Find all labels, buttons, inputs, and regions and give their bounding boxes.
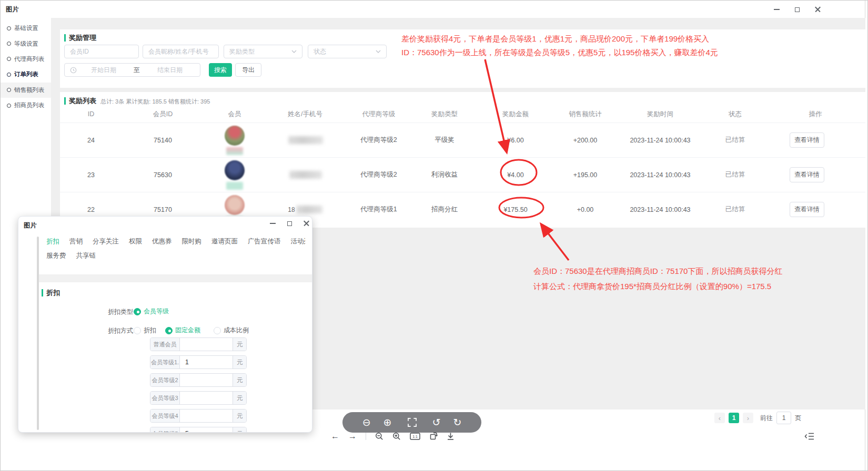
discount-mode-option[interactable]: 折扣: [134, 326, 156, 335]
radio-circle-icon: [7, 26, 11, 30]
status-select[interactable]: 状态: [308, 45, 387, 58]
sidebar-item-label: 订单列表: [14, 70, 38, 78]
dialog-tab[interactable]: 活动列: [291, 237, 306, 248]
bottom-annotation-line1: 会员ID：75630是在代理商招商员ID：75170下面，所以招商员获得分红: [533, 263, 782, 279]
discount-mode-option[interactable]: 固定金额: [165, 326, 200, 335]
radio-circle-icon: [7, 104, 11, 108]
member-id-input[interactable]: [64, 45, 139, 58]
maximize-button[interactable]: [789, 5, 805, 14]
window-title: 图片: [6, 5, 19, 14]
viewer-bottom-strip: ← → 1:1: [331, 432, 455, 441]
amount-input[interactable]: 1: [180, 356, 233, 368]
list-header: 奖励列表 总计: 3条 累计奖励: 185.5 销售额统计: 395: [64, 96, 210, 106]
next-page-button[interactable]: ›: [743, 413, 753, 423]
chevron-down-icon: [291, 50, 297, 53]
table-body: 24 75140 代理商等级2 平级奖 ¥6.00 +200.00 2023-1…: [60, 122, 865, 227]
cell-action: 查看详情: [765, 202, 865, 217]
date-range-picker[interactable]: 开始日期 至 结束日期: [64, 63, 200, 77]
cell-sales: +200.00: [555, 137, 615, 144]
cell-reward-amount: ¥6.00: [476, 137, 555, 144]
level-label: 会员等级2: [150, 374, 180, 386]
search-button[interactable]: 搜索: [209, 63, 232, 77]
table-header-cell: 操作: [765, 110, 865, 119]
bottom-annotation-line2: 计算公式：代理商拿货价195*招商员分红比例（设置的90%）=175.5: [533, 279, 782, 294]
prev-page-button[interactable]: ‹: [714, 413, 725, 423]
discount-mode-option[interactable]: 成本比例: [214, 326, 249, 335]
sidebar-item-label: 基础设置: [14, 24, 38, 32]
sidebar-item[interactable]: 招商员列表: [1, 98, 51, 113]
rotate-right-icon[interactable]: ↻: [453, 417, 461, 427]
sidebar: 基础设置 等级设置 代理商列表 订单列表 销售额列表: [1, 21, 51, 113]
sidebar-item[interactable]: 销售额列表: [1, 83, 51, 98]
amount-input[interactable]: [180, 374, 233, 386]
magnifier-plus-icon[interactable]: [392, 432, 401, 441]
zoom-in-icon[interactable]: ⊕: [383, 417, 392, 427]
dialog-tab[interactable]: 服务费: [46, 251, 66, 260]
close-button[interactable]: [810, 5, 825, 14]
view-details-button[interactable]: 查看详情: [790, 132, 824, 148]
dialog-tab[interactable]: 共享链: [76, 251, 96, 260]
arrow-right-icon[interactable]: →: [348, 432, 357, 441]
zoom-out-icon[interactable]: ⊖: [362, 417, 371, 427]
sidebar-item[interactable]: 代理商列表: [1, 52, 51, 67]
table-header-cell: 会员ID: [122, 110, 204, 119]
export-button[interactable]: 导出: [235, 63, 261, 77]
cell-reward-type: 平级奖: [413, 136, 476, 145]
dialog-minimize-button[interactable]: [265, 219, 280, 228]
phone-prefix: 18: [288, 206, 295, 213]
amount-input[interactable]: 5: [180, 427, 233, 433]
view-details-button[interactable]: 查看详情: [790, 167, 824, 182]
dialog-scrollbar[interactable]: [37, 237, 39, 430]
dialog-tab[interactable]: 折扣: [46, 237, 59, 248]
fullscreen-icon[interactable]: [408, 418, 417, 427]
table-header-cell: 状态: [705, 110, 765, 119]
table-header-row: ID 会员ID 会员 姓名/手机号 代理商等级 奖励类型 奖励金额 销售额统计 …: [60, 106, 865, 122]
dialog-tab[interactable]: 邀请页面: [211, 237, 238, 248]
cell-avatar: [204, 160, 266, 190]
blurred-name: [296, 206, 322, 213]
dialog-tab[interactable]: 优惠券: [152, 237, 172, 248]
dialog-tab[interactable]: 限时购: [182, 237, 202, 248]
actual-size-icon[interactable]: 1:1: [410, 432, 420, 441]
dialog-tab[interactable]: 营销: [69, 237, 83, 248]
member-name-input[interactable]: [143, 45, 219, 58]
table-row: 23 75630 代理商等级2 利润收益 ¥4.00 +195.00 2023-…: [60, 157, 865, 192]
amount-input[interactable]: [180, 409, 233, 422]
avatar: [225, 195, 245, 215]
radio-circle-icon: [7, 42, 11, 46]
rotate-left-icon[interactable]: ↺: [432, 417, 441, 427]
sidebar-item[interactable]: 订单列表: [1, 67, 51, 82]
dialog-tab[interactable]: 广告宣传语: [248, 237, 281, 248]
dialog-section-header: 折扣: [42, 288, 60, 298]
start-date-field[interactable]: 开始日期: [81, 66, 126, 75]
goto-page-input[interactable]: [776, 412, 791, 424]
cell-id: 24: [60, 137, 122, 144]
view-details-button[interactable]: 查看详情: [790, 202, 824, 217]
arrow-left-icon[interactable]: ←: [331, 432, 339, 441]
dialog-tab[interactable]: 分享关注: [93, 237, 119, 248]
table-header-cell: 奖励时间: [615, 110, 705, 119]
cell-action: 查看详情: [765, 167, 865, 182]
end-date-field[interactable]: 结束日期: [147, 66, 193, 75]
unit-suffix: 元: [233, 392, 246, 404]
current-page-button[interactable]: 1: [729, 413, 739, 423]
reward-type-select[interactable]: 奖励类型: [224, 45, 302, 58]
dialog-close-button[interactable]: [298, 219, 312, 228]
discount-mode-label: 折扣方式: [108, 326, 133, 335]
amount-input[interactable]: [180, 392, 233, 404]
magnifier-minus-icon[interactable]: [375, 432, 383, 441]
dialog-maximize-button[interactable]: [281, 219, 297, 228]
download-icon[interactable]: [447, 432, 455, 441]
cell-reward-amount: ¥175.50: [476, 206, 555, 213]
amount-input[interactable]: [180, 338, 233, 351]
discount-type-option[interactable]: 会员等级: [134, 307, 169, 316]
rotate-page-icon[interactable]: [429, 432, 438, 441]
panel-toggle-icon[interactable]: [804, 432, 815, 443]
goto-label: 前往: [760, 414, 773, 423]
sidebar-item[interactable]: 基础设置: [1, 21, 51, 36]
sidebar-item[interactable]: 等级设置: [1, 36, 51, 51]
cell-action: 查看详情: [765, 132, 865, 148]
table-header-cell: 奖励金额: [476, 110, 555, 119]
minimize-button[interactable]: [769, 5, 784, 14]
dialog-tab[interactable]: 权限: [129, 237, 142, 248]
